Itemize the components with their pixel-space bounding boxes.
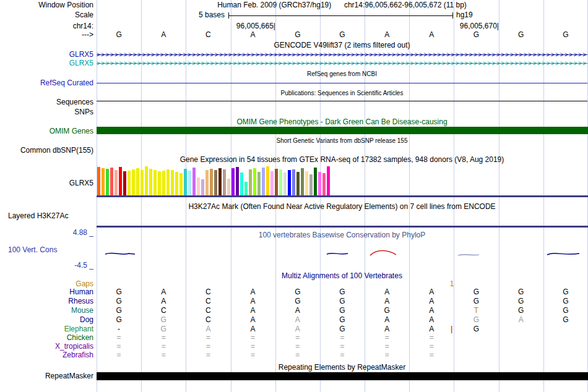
scale-label: Scale [0,11,93,19]
gtex-tissue-bar[interactable] [231,168,235,195]
snps-label[interactable]: SNPs [0,108,93,116]
multiz-track-title[interactable]: Multiz Alignments of 100 Vertebrates [97,272,587,279]
gtex-tissue-bar[interactable] [192,168,196,195]
repeatmasker-label[interactable]: RepeatMasker [0,372,93,380]
gtex-tissue-bar[interactable] [110,168,113,195]
gtex-tissue-bar[interactable] [305,171,308,195]
h3k27ac-label[interactable]: Layered H3K27Ac [8,212,68,220]
omim-genes-label[interactable]: OMIM Genes [0,127,93,135]
gencode-transcript-arrows[interactable]: >>>>>>>>>>>>>>>>>>>>>>>>>>>>>>>>>>>>>>>>… [97,51,587,59]
gtex-tissue-bar[interactable] [288,170,291,195]
alignment-base: = [365,343,409,351]
gtex-tissue-bar[interactable] [327,166,330,195]
alignment-base: G [543,307,588,315]
species-label-x-tropicalis[interactable]: X_tropicalis [0,343,93,351]
gtex-tissue-bar[interactable] [102,168,105,195]
gtex-tissue-bar[interactable] [205,170,209,195]
gtex-tissue-bar[interactable] [141,170,144,195]
gtex-tissue-bar[interactable] [171,170,174,195]
gtex-tissue-bar[interactable] [184,169,187,195]
h3k27ac-baseline[interactable] [97,226,588,228]
gtex-tissue-bar[interactable] [227,179,230,195]
alignment-base: A [231,288,275,296]
repeatmasker-element-bar[interactable] [97,372,588,380]
gtex-tissue-bar[interactable] [275,169,278,195]
omim-track-title[interactable]: OMIM Gene Phenotypes - Dark Green Can Be… [97,118,587,126]
gtex-tissue-bar[interactable] [244,182,248,195]
gtex-tissue-bar[interactable] [149,169,152,195]
gtex-tissue-bar[interactable] [166,169,170,195]
gtex-gene-model-line[interactable] [97,195,588,197]
gtex-tissue-bar[interactable] [236,167,239,195]
gtex-tissue-bar[interactable] [106,169,109,195]
phylop-label[interactable]: 100 Vert. Cons [8,246,57,254]
gtex-tissue-bar[interactable] [266,166,269,195]
gencode-gene-label[interactable]: GLRX5 [0,51,93,59]
gtex-tissue-bar[interactable] [158,171,161,195]
gtex-tissue-bar[interactable] [197,177,200,195]
refseq-curated-label[interactable]: RefSeq Curated [0,79,93,87]
gtex-tissue-bar[interactable] [262,168,265,195]
gtex-tissue-bar[interactable] [253,168,256,195]
alignment-base: = [275,334,320,342]
gtex-tissue-bar[interactable] [188,171,191,195]
gencode-track-title[interactable]: GENCODE V49lift37 (2 items filtered out) [97,41,587,49]
dbsnp-label[interactable]: Common dbSNP(155) [0,147,93,155]
gtex-tissue-bar[interactable] [292,169,295,195]
gtex-tissue-bar[interactable] [314,168,317,195]
species-label-mouse[interactable]: Mouse [0,307,93,315]
gtex-tissue-bar[interactable] [162,171,165,195]
gtex-gene-label[interactable]: GLRX5 [0,179,93,187]
species-label-dog[interactable]: Dog [0,316,93,324]
publication-sequence-line[interactable] [97,101,587,101]
gtex-tissue-bar[interactable] [128,171,131,195]
phylop-track-title[interactable]: 100 vertebrates Basewise Conservation by… [97,231,587,239]
gencode-gene-label[interactable]: GLRX5 [0,59,93,67]
species-label-chicken[interactable]: Chicken [0,334,93,342]
alignment-base: G [499,297,543,305]
gtex-tissue-bar[interactable] [97,167,100,195]
species-label-rhesus[interactable]: Rhesus [0,297,93,305]
publications-track-title[interactable]: Publications: Sequences in Scientific Ar… [97,90,587,97]
gtex-tissue-bar[interactable] [214,170,217,195]
h3k27ac-track-title[interactable]: H3K27Ac Mark (Often Found Near Active Re… [97,203,587,210]
gtex-expression-bars[interactable] [97,164,331,195]
gtex-tissue-bar[interactable] [218,168,222,195]
gtex-tissue-bar[interactable] [279,169,282,195]
dbsnp-track-title[interactable]: Short Genetic Variants from dbSNP releas… [97,137,587,145]
gtex-tissue-bar[interactable] [210,169,213,195]
gtex-tissue-bar[interactable] [132,169,135,195]
gtex-tissue-bar[interactable] [223,169,226,195]
gtex-tissue-bar[interactable] [153,170,157,195]
gtex-tissue-bar[interactable] [119,167,122,195]
gtex-tissue-bar[interactable] [296,172,300,195]
sequences-label[interactable]: Sequences [0,98,93,106]
refseq-track-title[interactable]: RefSeq genes from NCBI [97,70,587,78]
gtex-tissue-bar[interactable] [309,174,313,195]
repeatmasker-track-title[interactable]: Repeating Elements by RepeatMasker [97,364,587,371]
gtex-tissue-bar[interactable] [257,172,261,195]
gtex-tissue-bar[interactable] [322,173,326,195]
gtex-track-title[interactable]: Gene Expression in 54 tissues from GTEx … [97,156,587,163]
refseq-gene-line[interactable] [97,83,587,83]
species-label-elephant[interactable]: Elephant [0,325,93,333]
gtex-tissue-bar[interactable] [115,170,118,195]
omim-gene-bar[interactable] [97,127,588,134]
gtex-tissue-bar[interactable] [301,168,304,195]
strand-arrow-label: ---> [0,31,93,39]
gtex-tissue-bar[interactable] [175,172,178,195]
gtex-tissue-bar[interactable] [270,171,274,195]
alignment-base: G [320,297,365,305]
gtex-tissue-bar[interactable] [145,166,148,195]
species-label-human[interactable]: Human [0,288,93,296]
gtex-tissue-bar[interactable] [136,168,139,195]
gtex-tissue-bar[interactable] [283,173,287,195]
gtex-tissue-bar[interactable] [123,171,126,195]
gtex-tissue-bar[interactable] [179,173,183,195]
gtex-tissue-bar[interactable] [240,173,243,195]
gtex-tissue-bar[interactable] [201,179,204,195]
species-label-zebrafish[interactable]: Zebrafish [0,351,93,359]
gtex-tissue-bar[interactable] [318,172,321,195]
gtex-tissue-bar[interactable] [249,169,252,195]
gencode-transcript-arrows[interactable]: >>>>>>>>>>>>>>>>>>>>>>>>>>>>>>>>>>>>>>>>… [97,59,587,67]
